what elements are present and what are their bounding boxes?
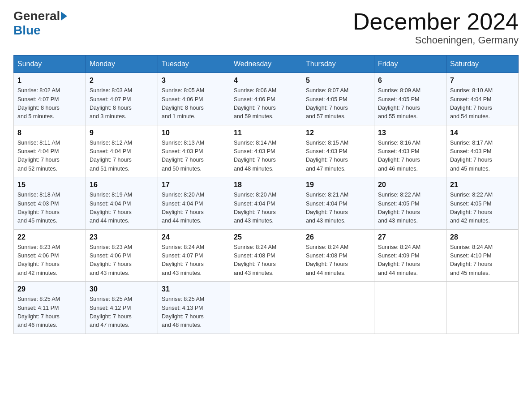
day-info: Sunrise: 8:14 AM Sunset: 4:03 PM Dayligh… [234, 139, 298, 174]
calendar-cell: 1Sunrise: 8:02 AM Sunset: 4:07 PM Daylig… [14, 73, 86, 125]
day-info: Sunrise: 8:25 AM Sunset: 4:12 PM Dayligh… [90, 295, 154, 330]
day-info: Sunrise: 8:23 AM Sunset: 4:06 PM Dayligh… [90, 243, 154, 278]
week-row-5: 29Sunrise: 8:25 AM Sunset: 4:11 PM Dayli… [14, 282, 519, 334]
calendar-cell: 25Sunrise: 8:24 AM Sunset: 4:08 PM Dayli… [230, 229, 302, 282]
day-number: 2 [90, 77, 154, 85]
day-info: Sunrise: 8:17 AM Sunset: 4:03 PM Dayligh… [450, 139, 515, 174]
day-number: 17 [162, 181, 226, 189]
day-info: Sunrise: 8:11 AM Sunset: 4:04 PM Dayligh… [17, 139, 82, 174]
logo-arrow-icon [61, 12, 67, 21]
calendar-cell [230, 282, 302, 334]
day-number: 10 [162, 129, 226, 137]
location-subtitle: Schoeningen, Germany [353, 34, 519, 46]
page-header: General Blue December 2024 Schoeningen, … [13, 9, 519, 46]
calendar-cell [374, 282, 446, 334]
column-header-thursday: Thursday [302, 56, 374, 73]
week-row-3: 15Sunrise: 8:18 AM Sunset: 4:03 PM Dayli… [14, 177, 519, 230]
day-info: Sunrise: 8:20 AM Sunset: 4:04 PM Dayligh… [162, 191, 226, 226]
day-number: 30 [90, 285, 154, 293]
logo-blue-text: Blue [13, 23, 41, 38]
calendar-cell: 20Sunrise: 8:22 AM Sunset: 4:05 PM Dayli… [374, 177, 446, 230]
calendar-cell [302, 282, 374, 334]
column-header-sunday: Sunday [14, 56, 86, 73]
calendar-cell: 15Sunrise: 8:18 AM Sunset: 4:03 PM Dayli… [14, 177, 86, 230]
calendar-cell: 26Sunrise: 8:24 AM Sunset: 4:08 PM Dayli… [302, 229, 374, 282]
calendar-cell: 31Sunrise: 8:25 AM Sunset: 4:13 PM Dayli… [158, 282, 230, 334]
day-info: Sunrise: 8:03 AM Sunset: 4:07 PM Dayligh… [90, 86, 154, 121]
calendar-cell: 8Sunrise: 8:11 AM Sunset: 4:04 PM Daylig… [14, 125, 86, 177]
day-number: 12 [306, 129, 370, 137]
day-info: Sunrise: 8:18 AM Sunset: 4:03 PM Dayligh… [17, 191, 82, 226]
day-number: 6 [378, 77, 442, 85]
day-info: Sunrise: 8:05 AM Sunset: 4:06 PM Dayligh… [162, 86, 226, 121]
calendar-cell: 27Sunrise: 8:24 AM Sunset: 4:09 PM Dayli… [374, 229, 446, 282]
day-info: Sunrise: 8:24 AM Sunset: 4:10 PM Dayligh… [450, 243, 515, 278]
calendar-cell: 5Sunrise: 8:07 AM Sunset: 4:05 PM Daylig… [302, 73, 374, 125]
week-row-1: 1Sunrise: 8:02 AM Sunset: 4:07 PM Daylig… [14, 73, 519, 125]
calendar-cell: 21Sunrise: 8:22 AM Sunset: 4:05 PM Dayli… [446, 177, 519, 230]
day-info: Sunrise: 8:10 AM Sunset: 4:04 PM Dayligh… [450, 86, 515, 121]
day-number: 31 [162, 285, 226, 293]
day-info: Sunrise: 8:13 AM Sunset: 4:03 PM Dayligh… [162, 139, 226, 174]
day-info: Sunrise: 8:07 AM Sunset: 4:05 PM Dayligh… [306, 86, 370, 121]
day-number: 8 [17, 129, 82, 137]
logo: General Blue [13, 9, 68, 38]
day-info: Sunrise: 8:09 AM Sunset: 4:05 PM Dayligh… [378, 86, 442, 121]
calendar-cell: 17Sunrise: 8:20 AM Sunset: 4:04 PM Dayli… [158, 177, 230, 230]
calendar-cell [446, 282, 519, 334]
calendar-cell: 23Sunrise: 8:23 AM Sunset: 4:06 PM Dayli… [86, 229, 158, 282]
day-info: Sunrise: 8:12 AM Sunset: 4:04 PM Dayligh… [90, 139, 154, 174]
day-number: 19 [306, 181, 370, 189]
calendar-cell: 22Sunrise: 8:23 AM Sunset: 4:06 PM Dayli… [14, 229, 86, 282]
day-number: 7 [450, 77, 515, 85]
calendar-cell: 9Sunrise: 8:12 AM Sunset: 4:04 PM Daylig… [86, 125, 158, 177]
day-info: Sunrise: 8:25 AM Sunset: 4:11 PM Dayligh… [17, 295, 82, 330]
day-number: 9 [90, 129, 154, 137]
day-number: 14 [450, 129, 515, 137]
calendar-cell: 2Sunrise: 8:03 AM Sunset: 4:07 PM Daylig… [86, 73, 158, 125]
calendar-cell: 29Sunrise: 8:25 AM Sunset: 4:11 PM Dayli… [14, 282, 86, 334]
calendar-cell: 24Sunrise: 8:24 AM Sunset: 4:07 PM Dayli… [158, 229, 230, 282]
calendar-cell: 18Sunrise: 8:20 AM Sunset: 4:04 PM Dayli… [230, 177, 302, 230]
day-info: Sunrise: 8:20 AM Sunset: 4:04 PM Dayligh… [234, 191, 298, 226]
header-row: SundayMondayTuesdayWednesdayThursdayFrid… [14, 56, 519, 73]
day-info: Sunrise: 8:22 AM Sunset: 4:05 PM Dayligh… [450, 191, 515, 226]
column-header-saturday: Saturday [446, 56, 519, 73]
calendar-cell: 28Sunrise: 8:24 AM Sunset: 4:10 PM Dayli… [446, 229, 519, 282]
day-number: 26 [306, 233, 370, 241]
column-header-monday: Monday [86, 56, 158, 73]
calendar-cell: 11Sunrise: 8:14 AM Sunset: 4:03 PM Dayli… [230, 125, 302, 177]
day-number: 28 [450, 233, 515, 241]
calendar-cell: 10Sunrise: 8:13 AM Sunset: 4:03 PM Dayli… [158, 125, 230, 177]
day-number: 21 [450, 181, 515, 189]
day-info: Sunrise: 8:24 AM Sunset: 4:07 PM Dayligh… [162, 243, 226, 278]
day-number: 24 [162, 233, 226, 241]
month-year-title: December 2024 [353, 9, 519, 34]
calendar-cell: 14Sunrise: 8:17 AM Sunset: 4:03 PM Dayli… [446, 125, 519, 177]
day-info: Sunrise: 8:21 AM Sunset: 4:04 PM Dayligh… [306, 191, 370, 226]
day-number: 3 [162, 77, 226, 85]
calendar-cell: 30Sunrise: 8:25 AM Sunset: 4:12 PM Dayli… [86, 282, 158, 334]
day-info: Sunrise: 8:24 AM Sunset: 4:08 PM Dayligh… [234, 243, 298, 278]
day-info: Sunrise: 8:15 AM Sunset: 4:03 PM Dayligh… [306, 139, 370, 174]
day-info: Sunrise: 8:24 AM Sunset: 4:08 PM Dayligh… [306, 243, 370, 278]
calendar-cell: 12Sunrise: 8:15 AM Sunset: 4:03 PM Dayli… [302, 125, 374, 177]
day-info: Sunrise: 8:19 AM Sunset: 4:04 PM Dayligh… [90, 191, 154, 226]
title-section: December 2024 Schoeningen, Germany [353, 9, 519, 46]
day-info: Sunrise: 8:22 AM Sunset: 4:05 PM Dayligh… [378, 191, 442, 226]
calendar-cell: 3Sunrise: 8:05 AM Sunset: 4:06 PM Daylig… [158, 73, 230, 125]
day-info: Sunrise: 8:23 AM Sunset: 4:06 PM Dayligh… [17, 243, 82, 278]
day-number: 1 [17, 77, 82, 85]
day-info: Sunrise: 8:02 AM Sunset: 4:07 PM Dayligh… [17, 86, 82, 121]
calendar-table: SundayMondayTuesdayWednesdayThursdayFrid… [13, 55, 519, 334]
column-header-tuesday: Tuesday [158, 56, 230, 73]
calendar-cell: 19Sunrise: 8:21 AM Sunset: 4:04 PM Dayli… [302, 177, 374, 230]
day-info: Sunrise: 8:24 AM Sunset: 4:09 PM Dayligh… [378, 243, 442, 278]
day-number: 27 [378, 233, 442, 241]
day-info: Sunrise: 8:16 AM Sunset: 4:03 PM Dayligh… [378, 139, 442, 174]
calendar-cell: 7Sunrise: 8:10 AM Sunset: 4:04 PM Daylig… [446, 73, 519, 125]
day-number: 15 [17, 181, 82, 189]
day-number: 29 [17, 285, 82, 293]
week-row-4: 22Sunrise: 8:23 AM Sunset: 4:06 PM Dayli… [14, 229, 519, 282]
day-number: 20 [378, 181, 442, 189]
